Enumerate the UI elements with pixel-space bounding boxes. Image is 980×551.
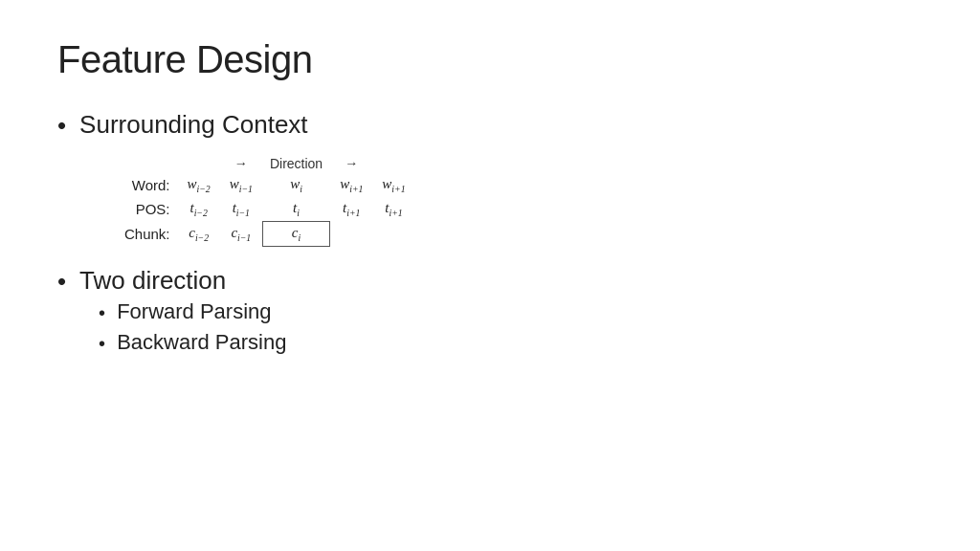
arrow-left: → — [220, 154, 262, 173]
row-label-pos: POS: — [115, 197, 178, 221]
bullet-surrounding-context: Surrounding Context — [57, 110, 923, 143]
two-direction-section: Two direction Forward Parsing Backward P… — [57, 266, 923, 361]
table-row-pos: POS: ti−2 ti−1 ti ti+1 ti+1 — [115, 197, 415, 221]
row-label-chunk: Chunk: — [115, 221, 178, 247]
arrow-right: → — [330, 154, 372, 173]
forward-parsing-text: Forward Parsing — [117, 299, 271, 324]
direction-label: Direction — [262, 154, 330, 173]
bullet-surrounding-context-text: Surrounding Context — [79, 110, 307, 140]
context-table-wrapper: → Direction → Word: wi−2 wi−1 wi wi+1 wi… — [115, 154, 923, 247]
context-table: → Direction → Word: wi−2 wi−1 wi wi+1 wi… — [115, 154, 415, 247]
cell-w-i-2: wi−2 — [178, 173, 220, 197]
bullet-backward-parsing: Backward Parsing — [99, 330, 286, 357]
table-row-chunk: Chunk: ci−2 ci−1 ci — [115, 221, 415, 247]
cell-w-i-1: wi−1 — [220, 173, 262, 197]
two-direction-text: Two direction — [79, 266, 226, 295]
cell-c-i-2: ci−2 — [178, 221, 220, 247]
row-label-empty — [115, 154, 178, 173]
cell-w-i1b: wi+1 — [372, 173, 414, 197]
cell-w-i: wi — [262, 173, 330, 197]
cell-t-i: ti — [262, 197, 330, 221]
cell-t-i1: ti+1 — [330, 197, 372, 221]
cell-c-i-highlighted: ci — [262, 221, 330, 247]
cell-chunk-empty-1 — [330, 221, 372, 247]
header-empty-2 — [372, 154, 414, 173]
row-label-word: Word: — [115, 173, 178, 197]
cell-chunk-empty-2 — [372, 221, 414, 247]
sub-bullet-list: Forward Parsing Backward Parsing — [79, 299, 286, 357]
cell-t-i-1: ti−1 — [220, 197, 262, 221]
table-header-row: → Direction → — [115, 154, 415, 173]
backward-parsing-text: Backward Parsing — [117, 330, 286, 355]
bullet-two-direction: Two direction Forward Parsing Backward P… — [57, 266, 923, 361]
two-direction-bullet-list: Two direction Forward Parsing Backward P… — [57, 266, 923, 361]
cell-t-i-2: ti−2 — [178, 197, 220, 221]
cell-c-i-1: ci−1 — [220, 221, 262, 247]
header-empty-1 — [178, 154, 220, 173]
table-row-word: Word: wi−2 wi−1 wi wi+1 wi+1 — [115, 173, 415, 197]
slide: Feature Design Surrounding Context → Dir… — [0, 0, 980, 551]
slide-title: Feature Design — [57, 38, 923, 81]
cell-t-i1b: ti+1 — [372, 197, 414, 221]
bullet-forward-parsing: Forward Parsing — [99, 299, 286, 326]
cell-w-i1: wi+1 — [330, 173, 372, 197]
main-bullet-list: Surrounding Context — [57, 110, 923, 143]
two-direction-content: Two direction Forward Parsing Backward P… — [79, 266, 286, 361]
